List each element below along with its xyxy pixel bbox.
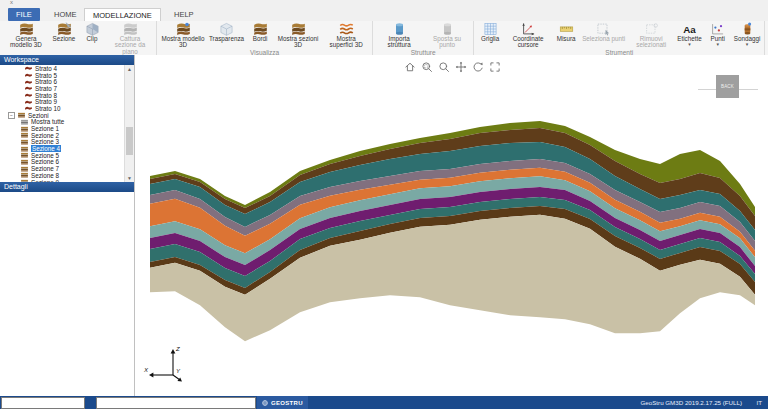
tab-file[interactable]: FILE	[8, 8, 40, 21]
ribbon-button-misura[interactable]: Misura	[552, 22, 580, 42]
strato-7-icon	[24, 85, 33, 91]
fit-icon[interactable]	[488, 60, 501, 73]
viewport-3d[interactable]: BACK Z X Y	[135, 55, 768, 396]
importa-struttura-icon	[391, 22, 408, 36]
ribbon-button-cattura-sezione-da-piano: Cattura sezione da piano	[106, 22, 154, 55]
zoom-icon[interactable]	[437, 60, 450, 73]
ribbon-button-seleziona-punti: Seleziona punti	[580, 22, 627, 42]
svg-text:Aa: Aa	[683, 24, 696, 35]
tab-home[interactable]: HOME	[46, 8, 85, 21]
ribbon-button-label: Coordinate cursore	[506, 36, 550, 49]
sezione-9-icon	[20, 179, 29, 182]
navigation-cube[interactable]: BACK	[698, 73, 758, 107]
ribbon-button-punti[interactable]: Punti▾	[704, 22, 732, 46]
geological-section-model[interactable]	[135, 55, 768, 396]
ribbon-button-label: Genera modello 3D	[4, 36, 48, 49]
scroll-down-icon[interactable]: ▼	[125, 174, 134, 182]
axis-z-label: Z	[175, 346, 180, 352]
ribbon-button-sondaggi[interactable]: Sondaggi▾	[732, 22, 763, 46]
tree-item-sezione-2[interactable]: Sezione 2	[0, 132, 134, 139]
brand-label: GEOSTRU	[271, 400, 303, 406]
tree-item-sezioni[interactable]: −Sezioni	[0, 112, 134, 119]
workspace-tree[interactable]: Strato 4Strato 5Strato 6Strato 7Strato 8…	[0, 65, 134, 182]
tree-item-strato-9[interactable]: Strato 9	[0, 98, 134, 105]
ribbon-button-label: Cattura sezione da piano	[108, 36, 152, 55]
ribbon-button-mostra-sezioni-3d[interactable]: Mostra sezioni 3D	[274, 22, 322, 49]
ribbon-button-sezione[interactable]: Sezione	[50, 22, 78, 42]
ribbon-button-etichette[interactable]: AaEtichette▾	[675, 22, 704, 46]
etichette-icon: Aa	[681, 22, 698, 36]
ribbon: Genera modello 3DSezioneClipCattura sezi…	[0, 21, 768, 56]
sezione-3-icon	[20, 139, 29, 145]
seleziona-punti-icon	[595, 22, 612, 36]
tree-expander-icon[interactable]: −	[8, 112, 15, 119]
tree-item-strato-4[interactable]: Strato 4	[0, 65, 134, 72]
ribbon-button-griglia[interactable]: Griglia	[476, 22, 504, 42]
ribbon-button-rimuovi-selezionati: Rimuovi selezionati	[627, 22, 675, 49]
chevron-down-icon[interactable]: ▾	[716, 42, 719, 46]
tree-item-strato-6[interactable]: Strato 6	[0, 78, 134, 85]
tree-item-strato-8[interactable]: Strato 8	[0, 92, 134, 99]
tree-item-strato-10[interactable]: Strato 10	[0, 105, 134, 112]
tab-modellazione[interactable]: MODELLAZIONE	[84, 8, 161, 22]
strato-4-icon	[24, 65, 33, 71]
mostra-sezioni-3d-icon	[290, 22, 307, 36]
tree-item-sezione-8[interactable]: Sezione 8	[0, 172, 134, 179]
tree-item-strato-5[interactable]: Strato 5	[0, 72, 134, 79]
ribbon-button-trasparenza[interactable]: Trasparenza	[207, 22, 246, 42]
pan-icon[interactable]	[454, 60, 467, 73]
tree-item-sezione-6[interactable]: Sezione 6	[0, 159, 134, 166]
ribbon-button-clip[interactable]: Clip	[78, 22, 106, 42]
griglia-icon	[482, 22, 499, 36]
rotate-icon[interactable]	[471, 60, 484, 73]
ribbon-button-mostra-modello-3d[interactable]: Mostra modello 3D	[159, 22, 207, 49]
tree-item-sezione-4[interactable]: Sezione 4	[0, 145, 134, 152]
tree-item-sezione-5[interactable]: Sezione 5	[0, 152, 134, 159]
ribbon-button-bordi[interactable]: Bordi	[246, 22, 274, 42]
trasparenza-icon	[218, 22, 235, 36]
ribbon-button-genera-modello-3d[interactable]: Genera modello 3D	[2, 22, 50, 49]
navigation-cube-face[interactable]: BACK	[716, 75, 739, 98]
sezione-6-icon	[20, 159, 29, 165]
tree-item-strato-7[interactable]: Strato 7	[0, 85, 134, 92]
workspace-panel-header: Workspace	[0, 55, 134, 65]
view-toolbar	[403, 60, 501, 73]
scroll-up-icon[interactable]: ▲	[125, 65, 134, 73]
tree-item-sezione-1[interactable]: Sezione 1	[0, 125, 134, 132]
home-icon[interactable]	[403, 60, 416, 73]
sezioni-icon	[17, 112, 26, 118]
axis-triad: Z X Y	[143, 342, 189, 384]
genera-modello-3d-icon	[18, 22, 35, 36]
axis-y-label: Y	[176, 368, 181, 374]
tree-item-sezione-7[interactable]: Sezione 7	[0, 165, 134, 172]
tree-scrollbar[interactable]: ▲ ▼	[124, 65, 134, 182]
tree-item-sezione-3[interactable]: Sezione 3	[0, 139, 134, 146]
cattura-sezione-da-piano-icon	[122, 22, 139, 36]
ribbon-button-label: Bordi	[253, 36, 268, 42]
tab-help[interactable]: HELP	[166, 8, 202, 21]
chevron-down-icon[interactable]: ▾	[688, 42, 691, 46]
geostru-brand-button[interactable]: GEOSTRU	[257, 396, 308, 409]
ribbon-button-label: Importa struttura	[377, 36, 421, 49]
ribbon-button-label: Mostra sezioni 3D	[276, 36, 320, 49]
zoom-region-icon[interactable]	[420, 60, 433, 73]
ribbon-group-modello-3d: Genera modello 3DSezioneClipCattura sezi…	[0, 21, 157, 55]
scroll-thumb[interactable]	[126, 127, 133, 155]
mostra-tutte-icon	[20, 119, 29, 125]
sezione-7-icon	[20, 166, 29, 172]
ribbon-button-sposta-su-punto: Sposta su punto	[423, 22, 471, 49]
tree-item-sezione-9[interactable]: Sezione 9	[0, 179, 134, 182]
titlebar-glyph: x	[10, 0, 13, 5]
ribbon-button-importa-struttura[interactable]: Importa struttura	[375, 22, 423, 49]
tree-item-mostra-tutte[interactable]: Mostra tutte	[0, 119, 134, 126]
ribbon-button-mostra-superfici-3d[interactable]: Mostra superfici 3D	[322, 22, 370, 49]
ribbon-button-coordinate-cursore[interactable]: Coordinate cursore	[504, 22, 552, 49]
ribbon-button-label: Mostra superfici 3D	[324, 36, 368, 49]
sezione-5-icon	[20, 152, 29, 158]
sezione-1-icon	[20, 126, 29, 132]
tree-item-label: Sezione 9	[31, 179, 59, 182]
chevron-down-icon[interactable]: ▾	[746, 42, 749, 46]
strato-6-icon	[24, 79, 33, 85]
punti-icon	[709, 22, 726, 36]
sidebar: Workspace Strato 4Strato 5Strato 6Strato…	[0, 55, 135, 396]
